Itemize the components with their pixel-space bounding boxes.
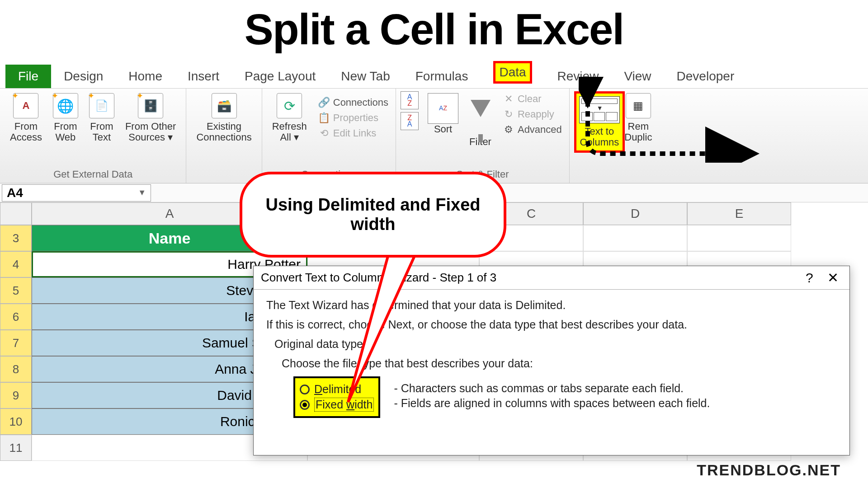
- advanced-icon: ⚙: [503, 124, 514, 135]
- connections-button[interactable]: 🔗Connections: [316, 95, 391, 110]
- filter-button[interactable]: Filter: [464, 91, 497, 149]
- advanced-button[interactable]: ⚙Advanced: [500, 122, 565, 137]
- row-header-5[interactable]: 5: [0, 277, 32, 304]
- watermark: TRENDBLOG.NET: [697, 461, 841, 479]
- radio-icon: [300, 400, 310, 410]
- properties-icon: 📋: [319, 113, 330, 123]
- select-all-corner[interactable]: [0, 202, 32, 225]
- row-header-3[interactable]: 3: [0, 225, 32, 251]
- edit-links-icon: ⟲: [319, 128, 330, 139]
- row-header-4[interactable]: 4: [0, 251, 32, 277]
- from-other-sources-button[interactable]: ✦🗄️From Other Sources ▾: [120, 91, 181, 145]
- radio-icon: [300, 385, 310, 394]
- tab-review[interactable]: Review: [545, 65, 612, 88]
- sort-desc-button[interactable]: ZA: [401, 112, 419, 130]
- row-header-6[interactable]: 6: [0, 304, 32, 330]
- ribbon-body: ✦AFrom Access ✦🌐From Web ✦📄From Text ✦🗄️…: [0, 89, 868, 183]
- tab-data[interactable]: Data: [481, 56, 544, 88]
- tab-home[interactable]: Home: [116, 65, 175, 88]
- remove-duplicates-button[interactable]: ▦Rem Duplic: [625, 91, 652, 153]
- name-box[interactable]: A4▼: [2, 184, 151, 202]
- tab-view[interactable]: View: [611, 65, 664, 88]
- get-external-data-group-label: Get External Data: [53, 169, 132, 182]
- sort-button[interactable]: AZSort: [422, 91, 464, 136]
- tab-design[interactable]: Design: [51, 65, 116, 88]
- refresh-all-button[interactable]: ⟳Refresh All ▾: [267, 91, 312, 145]
- connections-icon: 🔗: [319, 97, 330, 108]
- clear-icon: ✕: [503, 94, 514, 104]
- reapply-icon: ↻: [503, 109, 514, 120]
- chevron-down-icon[interactable]: ▼: [138, 188, 146, 197]
- row-header-11[interactable]: 11: [0, 435, 32, 461]
- dialog-close-button[interactable]: ✕: [824, 270, 842, 285]
- dialog-help-button[interactable]: ?: [798, 270, 821, 285]
- ribbon-tabs: File Design Home Insert Page Layout New …: [0, 63, 868, 89]
- properties-button[interactable]: 📋Properties: [316, 110, 391, 126]
- tab-file[interactable]: File: [5, 65, 51, 88]
- col-header-D[interactable]: D: [583, 202, 687, 225]
- cell-D3[interactable]: [583, 225, 687, 251]
- funnel-icon: [471, 100, 491, 117]
- col-header-E[interactable]: E: [687, 202, 791, 225]
- row-header-10[interactable]: 10: [0, 408, 32, 435]
- text-to-columns-button[interactable]: Text to Columns: [574, 91, 625, 153]
- from-web-button[interactable]: ✦🌐From Web: [47, 91, 84, 145]
- sort-asc-button[interactable]: AZ: [401, 91, 419, 109]
- tab-formulas[interactable]: Formulas: [403, 65, 481, 88]
- text-to-columns-icon: [579, 96, 620, 123]
- existing-connections-button[interactable]: 🗃️Existing Connections: [191, 91, 257, 145]
- row-header-9[interactable]: 9: [0, 382, 32, 408]
- cell-E3[interactable]: [687, 225, 791, 251]
- from-text-button[interactable]: ✦📄From Text: [84, 91, 120, 145]
- clear-button[interactable]: ✕Clear: [500, 91, 565, 107]
- tab-page-layout[interactable]: Page Layout: [232, 65, 328, 88]
- page-title: Split a Cell in Excel: [0, 0, 868, 63]
- data-tools-spacer: [612, 169, 614, 182]
- row-header-8[interactable]: 8: [0, 356, 32, 382]
- tab-developer[interactable]: Developer: [664, 65, 747, 88]
- row-header-7[interactable]: 7: [0, 330, 32, 356]
- callout-tail: [335, 244, 452, 416]
- edit-links-button[interactable]: ⟲Edit Links: [316, 126, 391, 141]
- reapply-button[interactable]: ↻Reapply: [500, 107, 565, 122]
- tab-new-tab[interactable]: New Tab: [328, 65, 402, 88]
- tab-insert[interactable]: Insert: [175, 65, 232, 88]
- connections-spacer: [222, 169, 225, 182]
- from-access-button[interactable]: ✦AFrom Access: [5, 91, 47, 145]
- callout-bubble: Using Delimited and Fixed width: [240, 172, 506, 258]
